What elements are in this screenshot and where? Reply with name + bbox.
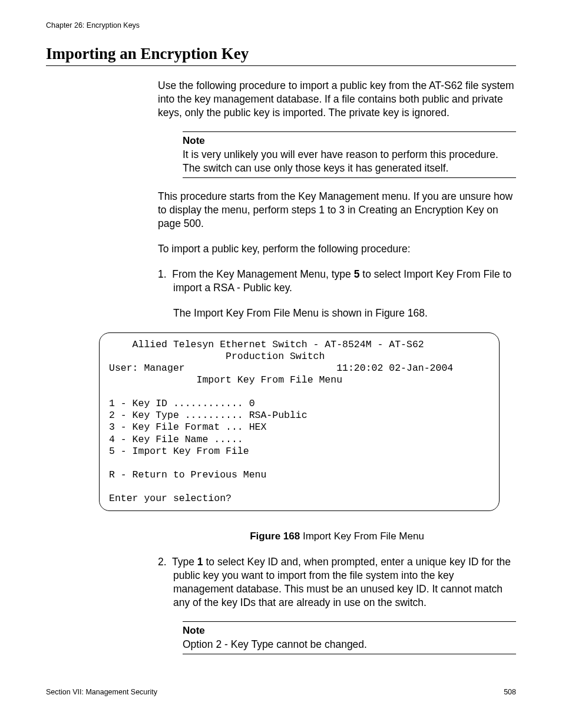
term-line: 2 - Key Type .......... RSA-Public [109,410,308,421]
term-line: User: Manager 11:20:02 02-Jan-2004 [109,363,453,374]
term-line: Allied Telesyn Ethernet Switch - AT-8524… [109,339,424,350]
term-line: R - Return to Previous Menu [109,469,266,480]
steps-list: 1. From the Key Management Menu, type 5 … [158,268,516,320]
intro-paragraph: Use the following procedure to import a … [158,79,516,120]
step-2: 2. Type 1 to select Key ID and, when pro… [158,555,516,610]
step2-bold: 1 [197,556,203,568]
paragraph-3: To import a public key, perform the foll… [158,242,516,256]
figure-caption: Figure 168 Import Key From File Menu [158,530,516,543]
term-line: 5 - Import Key From File [109,446,249,457]
chapter-header: Chapter 26: Encryption Keys [46,21,516,29]
note-text-2: Option 2 - Key Type cannot be changed. [183,638,516,651]
section-title: Importing an Encryption Key [46,45,516,63]
paragraph-2: This procedure starts from the Key Manag… [158,190,516,230]
note-block-2: Note Option 2 - Key Type cannot be chang… [183,621,516,654]
page-number: 508 [504,688,516,696]
figure-title: Import Key From File Menu [300,531,424,542]
section-label: Section VII: Management Security [46,688,157,696]
steps-list-2: 2. Type 1 to select Key ID and, when pro… [158,555,516,610]
step-number: 2. [158,556,167,568]
step-number: 1. [158,268,167,280]
note-rule-top [183,131,516,132]
note-text: It is very unlikely you will ever have r… [183,148,516,175]
term-line: 3 - Key File Format ... HEX [109,421,266,433]
step2-pre: Type [172,556,197,568]
body-content: Use the following procedure to import a … [158,79,516,321]
step1-cont: The Import Key From File Menu is shown i… [173,307,516,320]
note-label-2: Note [183,624,516,637]
body-content-2: Figure 168 Import Key From File Menu 2. … [158,530,516,654]
note-rule-bottom-2 [183,654,516,654]
note-label: Note [183,134,516,147]
title-rule [46,65,516,66]
note-rule-bottom [183,177,516,178]
step1-pre: From the Key Management Menu, type [172,268,353,280]
document-page: Chapter 26: Encryption Keys Importing an… [0,0,562,728]
terminal-figure: Allied Telesyn Ethernet Switch - AT-8524… [99,332,500,512]
step1-bold: 5 [354,268,360,280]
step2-post: to select Key ID and, when prompted, ent… [173,556,511,608]
term-line: Enter your selection? [109,493,232,504]
figure-number: Figure 168 [250,531,300,542]
step-1: 1. From the Key Management Menu, type 5 … [158,268,516,320]
terminal-screen: Allied Telesyn Ethernet Switch - AT-8524… [99,332,500,512]
term-line: 1 - Key ID ............ 0 [109,398,255,409]
term-line: Production Switch [109,351,325,362]
note-rule-top-2 [183,621,516,622]
note-block-1: Note It is very unlikely you will ever h… [183,131,516,178]
term-line: Import Key From File Menu [109,374,342,386]
term-line: 4 - Key File Name ..... [109,434,243,445]
page-footer: Section VII: Management Security 508 [46,688,516,696]
